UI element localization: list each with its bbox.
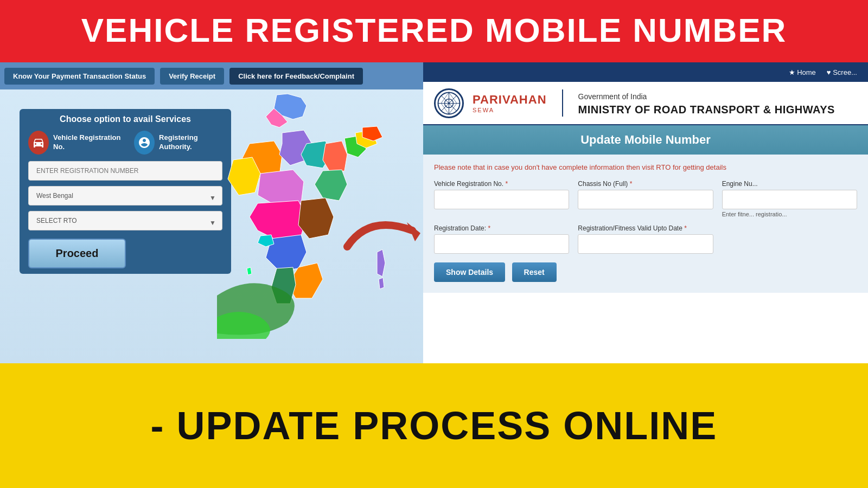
header-banner: VEHICLE REGISTERED MOBILE NUMBER [0, 0, 868, 62]
vehicle-reg-label: Vehicle Registration No. [53, 133, 123, 152]
reg-date-group: Registration Date: * [434, 224, 569, 254]
reg-date-field[interactable] [434, 234, 569, 254]
nav-bar: Know Your Payment Transaction Status Ver… [0, 62, 423, 89]
parivahan-sub: SEWA [473, 107, 547, 113]
right-top-nav: ★ Home ♥ Scree... [423, 62, 868, 82]
header-title: VEHICLE REGISTERED MOBILE NUMBER [81, 11, 787, 49]
reg-date-label: Registration Date: * [434, 224, 569, 232]
vehicle-reg-option[interactable]: Vehicle Registration No. [28, 131, 123, 155]
engine-no-field[interactable] [722, 190, 857, 209]
update-header: Update Mobile Number [423, 125, 868, 155]
rto-select-wrapper: SELECT RTO ▼ [28, 211, 222, 236]
gov-label: Government of India [578, 90, 835, 104]
payment-status-button[interactable]: Know Your Payment Transaction Status [4, 68, 155, 85]
reg-authority-option[interactable]: Registering Authority. [134, 131, 222, 155]
update-title: Update Mobile Number [434, 133, 857, 147]
chassis-no-field[interactable] [578, 190, 713, 209]
vehicle-icon [28, 131, 49, 155]
fitness-date-label: Registration/Fitness Valid Upto Date * [578, 224, 713, 232]
fitness-date-group: Registration/Fitness Valid Upto Date * [578, 224, 713, 254]
parivahan-brand: PARIVAHAN SEWA [473, 93, 547, 113]
rto-select[interactable]: SELECT RTO [28, 211, 222, 230]
chassis-no-group: Chassis No (Full) * [578, 180, 713, 218]
footer-text: - UPDATE PROCESS ONLINE [151, 403, 718, 448]
state-select[interactable]: West Bengal [28, 186, 222, 206]
engine-no-group: Engine Nu... Enter fitne... registratio.… [722, 180, 857, 218]
engine-no-label: Engine Nu... [722, 180, 857, 188]
footer-banner: - UPDATE PROCESS ONLINE [0, 363, 868, 488]
show-details-button[interactable]: Show Details [434, 262, 505, 282]
vehicle-reg-group: Vehicle Registration No. * [434, 180, 569, 218]
screen-link[interactable]: ♥ Scree... [827, 68, 857, 76]
parivahan-name: PARIVAHAN [473, 93, 547, 107]
feedback-button[interactable]: Click here for Feedback/Complaint [229, 68, 363, 85]
form-buttons: Show Details Reset [434, 262, 857, 282]
ashoka-wheel-logo [434, 88, 464, 118]
engine-note: Enter fitne... registratio... [722, 210, 857, 218]
vehicle-reg-field-label: Vehicle Registration No. * [434, 180, 569, 188]
update-form-area: Please note that in case you don't have … [423, 155, 868, 293]
reset-button[interactable]: Reset [512, 262, 557, 282]
fitness-date-field[interactable] [578, 234, 713, 254]
choose-title: Choose option to avail Services [28, 114, 222, 124]
vehicle-reg-field[interactable] [434, 190, 569, 209]
ministry-label: MINISTRY OF ROAD TRANSPORT & HIGHWAYS [578, 104, 835, 116]
choose-options-box: Choose option to avail Services Vehicle … [20, 109, 231, 274]
state-select-wrapper: West Bengal ▼ [28, 186, 222, 211]
reg-authority-label: Registering Authority. [159, 133, 222, 152]
warning-text: Please note that in case you don't have … [434, 163, 857, 171]
header-divider [562, 89, 563, 117]
update-mobile-section: Update Mobile Number Please note that in… [423, 125, 868, 363]
middle-section: Know Your Payment Transaction Status Ver… [0, 62, 868, 363]
left-panel: Know Your Payment Transaction Status Ver… [0, 62, 423, 363]
registration-number-input[interactable] [28, 161, 222, 181]
authority-icon [134, 131, 155, 155]
options-row: Vehicle Registration No. Registering Aut… [28, 131, 222, 155]
home-link[interactable]: ★ Home [789, 68, 816, 76]
parivahan-header: PARIVAHAN SEWA Government of India MINIS… [423, 82, 868, 125]
form-grid: Vehicle Registration No. * Chassis No (F… [434, 180, 857, 254]
empty-cell [722, 224, 857, 254]
red-arrow [336, 203, 434, 260]
gov-info: Government of India MINISTRY OF ROAD TRA… [578, 90, 835, 116]
proceed-button[interactable]: Proceed [28, 239, 126, 268]
verify-receipt-button[interactable]: Verify Receipt [160, 68, 224, 85]
chassis-no-label: Chassis No (Full) * [578, 180, 713, 188]
right-panel: ★ Home ♥ Scree... [423, 62, 868, 363]
